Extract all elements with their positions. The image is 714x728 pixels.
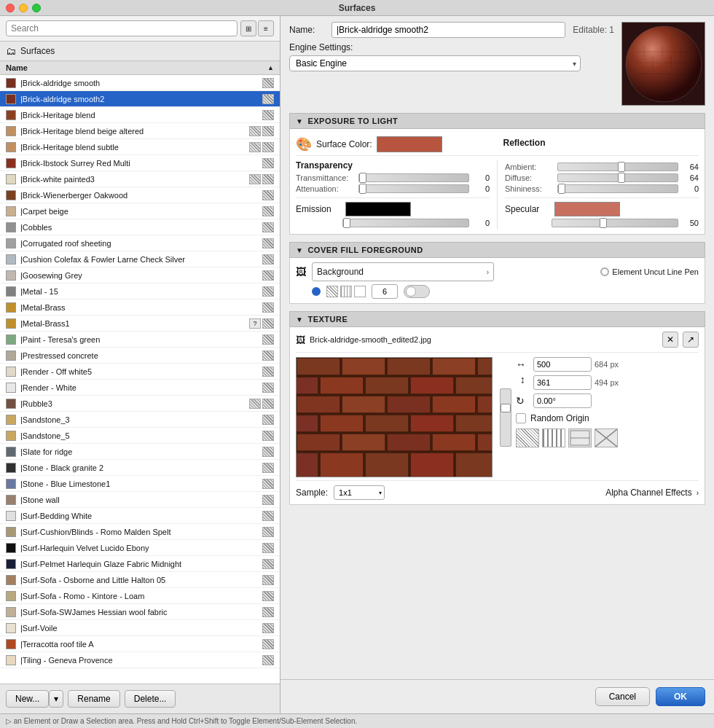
width-input[interactable] [533, 357, 592, 372]
list-item[interactable]: |Surf-Voile [0, 620, 280, 636]
random-origin-checkbox[interactable] [516, 413, 526, 423]
list-item[interactable]: |Stone - Blue Limestone1 [0, 476, 280, 492]
list-item[interactable]: |Metal-Brass1? [0, 316, 280, 332]
item-name: |Corrugated roof sheeting [20, 239, 262, 248]
item-icons [262, 302, 274, 313]
diffuse-value: 64 [681, 173, 699, 182]
pattern-icon-1[interactable] [326, 286, 338, 297]
texture-export-button[interactable]: ↗ [683, 332, 699, 348]
list-item[interactable]: |Stone - Black granite 2 [0, 460, 280, 476]
list-item[interactable]: |Metal-Brass [0, 300, 280, 316]
list-item[interactable]: |Metal - 15 [0, 283, 280, 300]
list-item[interactable]: |Stone wall [0, 492, 280, 508]
new-button[interactable]: New... [6, 690, 49, 708]
list-item[interactable]: |Brick-Wienerberger Oakwood [0, 187, 280, 203]
surface-color-swatch[interactable] [377, 136, 442, 152]
list-item[interactable]: |Slate for ridge [0, 444, 280, 460]
list-item[interactable]: |Surf-Harlequin Velvet Lucido Ebony [0, 540, 280, 556]
grid-view-button[interactable]: ⊞ [240, 20, 256, 36]
delete-button[interactable]: Delete... [125, 690, 176, 708]
pattern-btn-4[interactable] [595, 428, 618, 447]
diffuse-slider[interactable] [557, 173, 678, 182]
engine-select[interactable]: Basic Engine [289, 55, 581, 71]
list-item[interactable]: |Surf-Cushion/Blinds - Romo Malden Spelt [0, 524, 280, 540]
toggle-switch[interactable] [404, 285, 430, 298]
item-color-swatch [6, 623, 16, 633]
exposure-header[interactable]: ▼ EXPOSURE TO LIGHT [289, 113, 705, 129]
name-input[interactable] [332, 22, 565, 38]
transmittance-slider[interactable] [358, 173, 469, 182]
emission-color-swatch[interactable] [345, 202, 411, 216]
list-item[interactable]: |Sandstone_3 [0, 412, 280, 428]
rotation-input[interactable] [533, 394, 592, 408]
list-item[interactable]: |Goosewing Grey [0, 267, 280, 283]
emission-slider[interactable] [342, 219, 469, 227]
list-item[interactable]: |Surf-Bedding White [0, 508, 280, 524]
surface-list[interactable]: |Brick-aldridge smooth|Brick-aldridge sm… [0, 75, 280, 684]
list-item[interactable]: |Brick-white painted3 [0, 171, 280, 187]
texture-header[interactable]: ▼ TEXTURE [289, 311, 705, 327]
list-item[interactable]: |Render - White [0, 380, 280, 396]
pattern-icon-3[interactable] [354, 286, 366, 297]
shininess-slider[interactable] [557, 184, 678, 193]
specular-slider[interactable] [552, 219, 678, 227]
item-color-swatch [6, 334, 16, 345]
cancel-button[interactable]: Cancel [595, 687, 650, 706]
specular-color-swatch[interactable] [554, 202, 620, 216]
element-uncut-radio[interactable] [600, 267, 609, 276]
list-item[interactable]: |Render - Off white5 [0, 364, 280, 380]
list-item[interactable]: |Brick-Heritage blend beige altered [0, 123, 280, 139]
item-name: |Brick-Heritage blend [20, 111, 262, 120]
ambient-slider[interactable] [557, 163, 678, 171]
list-item[interactable]: |Terracotta roof tile A [0, 636, 280, 652]
list-item[interactable]: |Brick-Heritage blend subtle [0, 139, 280, 155]
alpha-channel-row[interactable]: Alpha Channel Effects › [385, 488, 699, 498]
list-item[interactable]: |Corrugated roof sheeting [0, 235, 280, 251]
list-item[interactable]: |Surf-Sofa-SWJames Hessian wool fabric [0, 604, 280, 620]
list-item[interactable]: |Rubble3 [0, 396, 280, 412]
pen-number-input[interactable] [372, 284, 398, 299]
left-panel: ⊞ ≡ 🗂 Surfaces Name ▲ |Brick-aldridge sm… [0, 16, 280, 713]
maximize-button[interactable] [32, 4, 41, 12]
list-item[interactable]: |Cushion Colefax & Fowler Larne Check Si… [0, 251, 280, 267]
sort-icon[interactable]: ▲ [267, 64, 274, 71]
pattern-btn-2[interactable] [542, 428, 565, 447]
list-item[interactable]: |Surf-Pelmet Harlequin Glaze Fabric Midn… [0, 556, 280, 572]
bg-radio-selected[interactable] [312, 287, 321, 296]
texture-icon [262, 367, 274, 377]
pattern-btn-3[interactable] [568, 428, 592, 447]
list-item[interactable]: |Brick-aldridge smooth [0, 75, 280, 91]
sample-select[interactable]: 1x1 2x2 [334, 485, 385, 500]
list-item[interactable]: |Paint - Teresa's green [0, 332, 280, 348]
texture-section: ▼ TEXTURE 🖼 Brick-aldridge-smooth_edited… [289, 308, 705, 505]
scale-slider-vertical[interactable] [500, 357, 511, 477]
background-select[interactable]: Background › [312, 262, 494, 281]
list-item[interactable]: |Cobbles [0, 219, 280, 235]
close-button[interactable] [6, 4, 15, 12]
texture-icon [262, 383, 274, 393]
list-view-button[interactable]: ≡ [258, 20, 274, 36]
list-item[interactable]: |Brick-aldridge smooth2 [0, 91, 280, 107]
list-item[interactable]: |Brick-Heritage blend [0, 107, 280, 123]
height-input[interactable] [533, 375, 592, 390]
list-item[interactable]: |Surf-Sofa - Romo - Kintore - Loam [0, 588, 280, 604]
item-color-swatch [6, 495, 16, 505]
new-dropdown-button[interactable]: ▾ [49, 690, 63, 708]
attenuation-slider[interactable] [358, 184, 469, 193]
svg-rect-17 [320, 377, 364, 394]
preview-sphere [622, 23, 705, 106]
list-item[interactable]: |Brick-Ibstock Surrey Red Multi [0, 155, 280, 171]
cover-fill-header[interactable]: ▼ COVER FILL FOREGROUND [289, 242, 705, 258]
list-item[interactable]: |Sandstone_5 [0, 428, 280, 444]
pattern-icon-2[interactable] [340, 286, 352, 297]
minimize-button[interactable] [19, 4, 28, 12]
search-input[interactable] [6, 20, 238, 36]
texture-close-button[interactable]: ✕ [662, 332, 678, 348]
pattern-btn-1[interactable] [516, 428, 539, 447]
list-item[interactable]: |Tiling - Geneva Provence [0, 652, 280, 668]
ok-button[interactable]: OK [656, 687, 705, 706]
rename-button[interactable]: Rename [68, 690, 119, 708]
list-item[interactable]: |Surf-Sofa - Osborne and Little Halton 0… [0, 572, 280, 588]
list-item[interactable]: |Carpet beige [0, 203, 280, 219]
list-item[interactable]: |Prestressed concrete [0, 348, 280, 364]
